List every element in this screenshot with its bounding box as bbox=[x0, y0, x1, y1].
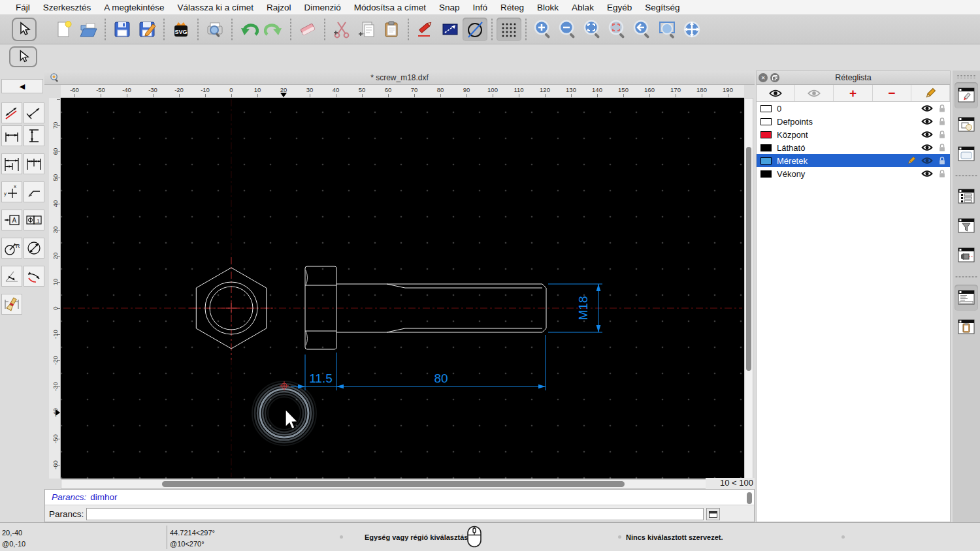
plus-icon: + bbox=[849, 87, 857, 99]
palette-select-tool[interactable] bbox=[9, 46, 37, 67]
hide-all-layers-button[interactable] bbox=[795, 85, 834, 101]
vertical-scrollbar-thumb[interactable] bbox=[746, 147, 751, 371]
dim-text-tool[interactable]: A bbox=[1, 210, 22, 230]
dim-angular-tool[interactable] bbox=[1, 266, 22, 287]
zoom-previous-button[interactable] bbox=[630, 18, 655, 41]
highlighted-circle-entity[interactable] bbox=[252, 381, 316, 445]
menu-item[interactable]: Réteg bbox=[494, 3, 531, 12]
layer-visible-icon[interactable] bbox=[921, 104, 933, 112]
dim-head-text: 11.5 bbox=[309, 371, 333, 385]
filter-dock-button[interactable] bbox=[955, 213, 978, 239]
save-as-button[interactable] bbox=[135, 18, 159, 41]
menu-item[interactable]: Snap bbox=[433, 3, 466, 12]
add-layer-button[interactable]: + bbox=[834, 85, 872, 101]
layer-row[interactable]: Defpoints bbox=[757, 115, 950, 128]
layer-lock-icon[interactable] bbox=[938, 169, 946, 178]
zoom-out-button[interactable] bbox=[555, 18, 580, 41]
save-button[interactable] bbox=[110, 18, 135, 41]
menu-item[interactable]: Egyéb bbox=[600, 3, 638, 12]
menu-item[interactable]: Infó bbox=[466, 3, 495, 12]
zoom-out-icon bbox=[557, 19, 578, 40]
pen-attributes-button[interactable] bbox=[413, 18, 438, 41]
show-all-layers-button[interactable] bbox=[757, 85, 795, 101]
layer-row[interactable]: Központ bbox=[757, 128, 950, 141]
pan-button[interactable] bbox=[679, 18, 704, 41]
command-detach-button[interactable] bbox=[706, 508, 720, 520]
command-history-scrollbar[interactable] bbox=[747, 492, 752, 504]
dim-baseline-tool[interactable] bbox=[1, 153, 22, 174]
menu-item[interactable]: Segítség bbox=[638, 3, 686, 12]
layer-list-dock-button[interactable] bbox=[955, 82, 978, 108]
layer-lock-icon[interactable] bbox=[938, 143, 946, 152]
dimensions[interactable]: 11.5 80 M18 bbox=[291, 284, 602, 390]
layer-row[interactable]: Látható bbox=[757, 141, 950, 154]
delete-eraser-button[interactable] bbox=[295, 18, 320, 41]
export-svg-button[interactable]: SVG bbox=[169, 18, 193, 41]
select-window-button[interactable] bbox=[438, 18, 463, 41]
layer-visible-icon[interactable] bbox=[921, 131, 933, 138]
layer-lock-icon[interactable] bbox=[938, 104, 946, 113]
draft-mode-button[interactable] bbox=[463, 18, 487, 41]
edit-layer-button[interactable] bbox=[911, 85, 950, 101]
menu-item[interactable]: Módosítsa a címet bbox=[348, 3, 433, 12]
layer-lock-icon[interactable] bbox=[938, 117, 946, 126]
zoom-in-button[interactable] bbox=[531, 18, 555, 41]
layer-lock-icon[interactable] bbox=[938, 130, 946, 139]
vertical-scrollbar[interactable] bbox=[744, 98, 753, 479]
select-tool-button[interactable] bbox=[12, 18, 37, 41]
cut-button[interactable] bbox=[329, 18, 354, 41]
layer-visible-icon[interactable] bbox=[921, 144, 933, 151]
grid-toggle-button[interactable] bbox=[497, 18, 521, 41]
layer-edit-pencil-icon[interactable] bbox=[907, 156, 916, 165]
document-titlebar[interactable]: * screw_m18.dxf bbox=[44, 71, 755, 85]
block-list-dock-button[interactable] bbox=[955, 112, 978, 138]
remove-layer-button[interactable]: − bbox=[873, 85, 911, 101]
command-line-dock-button[interactable] bbox=[955, 285, 978, 311]
print-preview-button[interactable] bbox=[203, 18, 227, 41]
library-browser-dock-button[interactable] bbox=[955, 141, 978, 167]
dim-radius-tool[interactable]: R bbox=[1, 238, 22, 259]
layer-visible-icon[interactable] bbox=[921, 170, 933, 178]
menu-item[interactable]: A megtekintése bbox=[97, 3, 171, 12]
clipboard-dock-button[interactable] bbox=[955, 314, 978, 340]
menu-item[interactable]: Dimenzió bbox=[297, 3, 347, 12]
dim-aligned-tool[interactable] bbox=[1, 102, 22, 123]
zoom-selected-button[interactable] bbox=[605, 18, 630, 41]
open-file-button[interactable] bbox=[76, 18, 101, 41]
layer-visible-icon[interactable] bbox=[921, 157, 933, 165]
layer-row[interactable]: Vékony bbox=[757, 167, 950, 180]
zoom-window-button[interactable] bbox=[655, 18, 679, 41]
command-input[interactable] bbox=[86, 508, 704, 520]
menu-item[interactable]: Szerkesztés bbox=[37, 3, 98, 12]
palette-back-button[interactable]: ◀ bbox=[1, 79, 43, 93]
paste-button[interactable] bbox=[379, 18, 404, 41]
layer-name: Méretek bbox=[777, 156, 808, 166]
layer-row[interactable]: 0 bbox=[757, 102, 950, 115]
horizontal-scrollbar-thumb[interactable] bbox=[162, 481, 625, 487]
layer-visible-icon[interactable] bbox=[921, 118, 933, 125]
menu-item[interactable]: Fájl bbox=[9, 3, 37, 12]
dim-vertical-icon bbox=[25, 127, 42, 144]
zoom-selected-icon bbox=[607, 19, 628, 40]
drawing-canvas[interactable]: 11.5 80 M18 bbox=[61, 98, 744, 479]
coordinate-relative: @0,-10 bbox=[2, 540, 25, 548]
layer-lock-icon[interactable] bbox=[938, 156, 946, 165]
new-document-button[interactable] bbox=[51, 18, 76, 41]
horizontal-scrollbar[interactable] bbox=[61, 479, 753, 489]
redo-button[interactable] bbox=[261, 18, 286, 41]
grid-dots-icon bbox=[499, 20, 519, 39]
pen-palette-dock-button[interactable] bbox=[955, 242, 978, 268]
layer-row-selected[interactable]: Méretek bbox=[757, 154, 950, 167]
zoom-auto-button[interactable] bbox=[580, 18, 605, 41]
menu-item[interactable]: Válassza ki a címet bbox=[171, 3, 260, 12]
main-toolbar: SVG bbox=[0, 15, 980, 44]
undo-button[interactable] bbox=[237, 18, 261, 41]
copy-button[interactable] bbox=[354, 18, 379, 41]
dim-horizontal-tool[interactable] bbox=[1, 125, 22, 146]
dim-regenerate-tool[interactable] bbox=[1, 294, 22, 315]
dim-ordinate-tool[interactable]: xy bbox=[1, 181, 22, 202]
menu-item[interactable]: Ablak bbox=[565, 3, 600, 12]
menu-item[interactable]: Rajzol bbox=[260, 3, 298, 12]
menu-item[interactable]: Blokk bbox=[531, 3, 565, 12]
entity-list-dock-button[interactable] bbox=[955, 183, 978, 210]
